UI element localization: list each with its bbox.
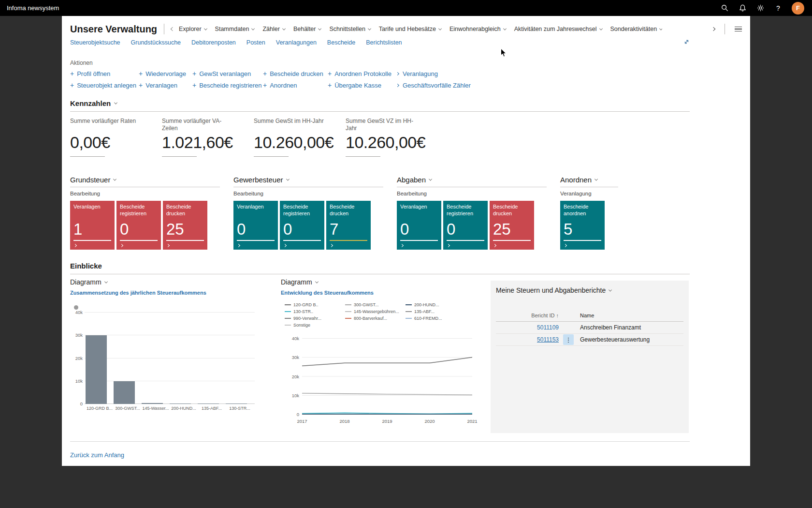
legend-item[interactable]: 610-FREMD... [406, 316, 466, 321]
bar-chart-title-link[interactable]: Zusammensetzung des jährlichen Steuerauf… [70, 290, 206, 296]
kpi-summe-vorlaeufiger-va-zeilen[interactable]: Summe vorläufiger VA-Zeilen 1.021,60€ [162, 118, 254, 157]
action-steuerobjekt-anlegen[interactable]: +Steuerobjekt anlegen [70, 81, 139, 89]
cue-tile-abgaben-veranlagen[interactable]: Veranlagen 0 [397, 201, 441, 250]
action-anordnen-protokolle[interactable]: +Anordnen Protokolle [328, 70, 396, 77]
kpi-summe-gewst-hh-jahr[interactable]: Summe GewSt im HH-Jahr 10.260,00€ [254, 118, 346, 157]
bar-chart-widget-heading[interactable]: Diagramm [70, 278, 269, 286]
line-chart-widget-heading[interactable]: Diagramm [281, 278, 489, 286]
bar-200-hund[interactable] [170, 403, 191, 404]
table-row[interactable]: 5011109 Anschreiben Finanzamt [496, 322, 683, 334]
legend-item[interactable]: 800-Barverkauf... [345, 316, 406, 321]
divider [560, 187, 618, 187]
cue-tile-grundsteuer-veranlagen[interactable]: Veranlagen 1 [70, 201, 115, 250]
subnav-steuerobjektsuche[interactable]: Steuerobjektsuche [70, 39, 120, 46]
subnav-debitorenposten[interactable]: Debitorenposten [191, 39, 236, 46]
nav-item-schnittstellen[interactable]: Schnittstellen [329, 26, 370, 32]
bar-135-abf[interactable] [198, 403, 219, 404]
subnav-posten[interactable]: Posten [246, 39, 265, 46]
line-chart-title-link[interactable]: Entwicklung des Steueraufkommens [281, 290, 374, 296]
cue-tile-gewerbesteuer-veranlagen[interactable]: Veranlagen 0 [233, 201, 278, 250]
action-veranlagung-menu[interactable]: Veranlagung [396, 70, 690, 77]
gewerbesteuer-heading[interactable]: Gewerbesteuer [233, 176, 383, 184]
abgaben-heading[interactable]: Abgaben [397, 176, 547, 184]
legend-item[interactable]: 145-Wassergebühren... [345, 309, 406, 314]
nav-item-behaelter[interactable]: Behälter [293, 26, 321, 32]
report-id-link[interactable]: 5011109 [537, 324, 559, 331]
action-anordnen[interactable]: +Anordnen [263, 81, 328, 89]
cue-tile-bescheide-anordnen[interactable]: Bescheide anordnen 5 [560, 201, 605, 250]
bar-130-str[interactable] [226, 403, 247, 404]
chevron-down-icon [438, 27, 442, 30]
subnav-bescheide[interactable]: Bescheide [327, 39, 355, 46]
nav-item-zaehler[interactable]: Zähler [262, 26, 285, 32]
column-header-name[interactable]: Name [578, 313, 683, 318]
action-profil-oeffnen[interactable]: +Profil öffnen [70, 70, 139, 77]
nav-item-aktivitaeten-jahreswechsel[interactable]: Aktivitäten zum Jahreswechsel [514, 26, 602, 32]
nav-item-stammdaten[interactable]: Stammdaten [215, 26, 255, 32]
avatar[interactable]: F [792, 2, 804, 15]
legend-item[interactable]: Sonstige [285, 323, 345, 328]
cue-tile-gewerbesteuer-bescheide-registrieren[interactable]: Bescheide registrieren 0 [280, 201, 324, 250]
action-wiedervorlage[interactable]: +Wiedervorlage [139, 70, 192, 77]
action-veranlagen[interactable]: +Veranlagen [139, 81, 192, 89]
expand-icon[interactable] [683, 39, 690, 46]
chevron-down-icon [659, 27, 662, 30]
line-chart-plot: 40k 30k 20k 10k 0 [302, 338, 472, 415]
subnav-grundstueckssuche[interactable]: Grundstückssuche [131, 39, 181, 46]
actions-label: Aktionen [70, 60, 690, 66]
nav-item-tarife-und-hebesaetze[interactable]: Tarife und Hebesätze [379, 26, 441, 32]
legend-item[interactable]: 300-GWST... [345, 302, 406, 307]
add-icon: + [263, 70, 267, 77]
grundsteuer-heading[interactable]: Grundsteuer [70, 176, 220, 184]
kennzahlen-heading[interactable]: Kennzahlen [70, 99, 690, 107]
action-uebergabe-kasse[interactable]: +Übergabe Kasse [328, 81, 396, 89]
legend-swatch [345, 311, 351, 312]
cue-tile-grundsteuer-bescheide-registrieren[interactable]: Bescheide registrieren 0 [116, 201, 161, 250]
einblicke-section: Einblicke [70, 262, 690, 274]
menu-hamburger-icon[interactable] [735, 27, 742, 32]
action-geschaeftsvorfaelle-menu[interactable]: Geschäftsvorfälle Zähler [396, 81, 690, 89]
column-header-bericht-id[interactable]: Bericht ID ↑ [496, 313, 559, 318]
kpi-summe-gewst-vz-hh-jahr[interactable]: Summe GewSt VZ im HH-Jahr 10.260,00€ [346, 118, 437, 157]
chevron-down-icon [318, 27, 321, 30]
subnav-veranlagungen[interactable]: Veranlagungen [276, 39, 317, 46]
bar-300-gwst[interactable] [114, 381, 135, 404]
legend-item[interactable]: 120-GRD B.. [285, 302, 345, 307]
nav-item-einwohnerabgleich[interactable]: Einwohnerabgleich [450, 26, 506, 32]
nav-scroll-left-icon[interactable] [171, 27, 174, 31]
nav-scroll-right-icon[interactable] [711, 27, 715, 31]
search-icon[interactable] [720, 4, 729, 13]
legend-dot-icon[interactable] [74, 305, 78, 310]
anordnen-heading[interactable]: Anordnen [560, 176, 618, 184]
kpi-summe-vorlaeufiger-raten[interactable]: Summe vorläufiger Raten 0,00€ [70, 118, 162, 157]
bar-145-wasser[interactable] [142, 403, 163, 404]
cue-tile-abgaben-bescheide-drucken[interactable]: Bescheide drucken 25 [490, 201, 534, 250]
action-gewst-veranlagen[interactable]: +GewSt veranlagen [192, 70, 263, 77]
legend-item[interactable]: 200-HUND... [406, 302, 466, 307]
nav-item-sonderaktivitaeten[interactable]: Sonderaktivitäten [610, 26, 663, 32]
report-id-link[interactable]: 5011153 [537, 336, 559, 343]
chevron-right-icon [400, 244, 404, 247]
action-bescheide-drucken[interactable]: +Bescheide drucken [263, 70, 328, 77]
row-context-menu-icon[interactable]: ⋮ [563, 334, 574, 345]
legend-item[interactable]: 135-ABF... [406, 309, 466, 314]
nav-item-explorer[interactable]: Explorer [179, 26, 207, 32]
help-icon[interactable]: ? [774, 4, 783, 12]
cue-tile-abgaben-bescheide-registrieren[interactable]: Bescheide registrieren 0 [443, 201, 488, 250]
bar-120-grd[interactable] [86, 335, 107, 404]
cue-tile-gewerbesteuer-bescheide-drucken[interactable]: Bescheide drucken 7 [326, 201, 371, 250]
reports-heading[interactable]: Meine Steuern und Abgabenberichte [496, 286, 683, 294]
legend-item[interactable]: 990-Verwahr... [285, 316, 345, 321]
sub-navigation: Steuerobjektsuche Grundstückssuche Debit… [70, 39, 690, 46]
legend-swatch [406, 318, 412, 319]
notifications-icon[interactable] [738, 4, 747, 13]
settings-gear-icon[interactable] [756, 4, 765, 13]
subnav-berichtslisten[interactable]: Berichtslisten [366, 39, 402, 46]
tile-progress-bar [120, 240, 158, 241]
back-to-top-link[interactable]: Zurück zum Anfang [70, 451, 124, 459]
add-icon: + [192, 81, 196, 89]
table-row-selected[interactable]: 5011153 ⋮ Gewerbesteuerauswertung [496, 334, 683, 346]
cue-tile-grundsteuer-bescheide-drucken[interactable]: Bescheide drucken 25 [163, 201, 207, 250]
legend-item[interactable]: 130-STR.. [285, 309, 345, 314]
action-bescheide-registrieren[interactable]: +Bescheide registrieren [192, 81, 263, 89]
